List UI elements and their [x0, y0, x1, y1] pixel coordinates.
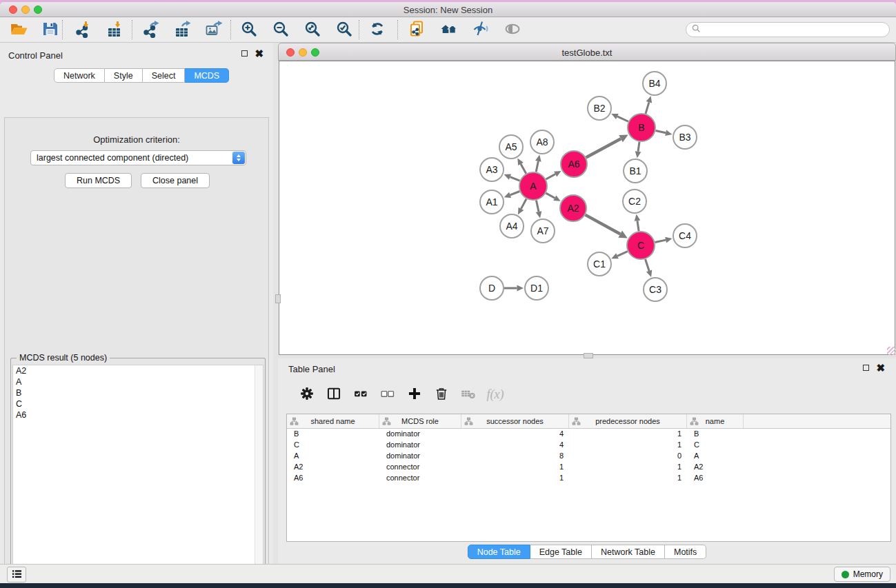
- mcds-result-list[interactable]: A2ABCA6: [12, 365, 263, 583]
- result-item[interactable]: A6: [13, 409, 263, 420]
- hide-panels-button[interactable]: [467, 19, 495, 41]
- result-item[interactable]: C: [13, 398, 263, 409]
- split-view-button[interactable]: [323, 385, 344, 405]
- edge-B-B2[interactable]: [617, 116, 628, 121]
- node-table-header: shared nameMCDS rolesuccessor nodesprede…: [287, 414, 890, 429]
- settings-button[interactable]: [297, 385, 317, 405]
- node-label-A8: A8: [536, 136, 548, 148]
- edge-B-B4[interactable]: [646, 102, 649, 114]
- tab-network-table[interactable]: Network Table: [592, 545, 665, 559]
- edge-C-C3[interactable]: [646, 259, 650, 271]
- zoom-selected-button[interactable]: [330, 19, 358, 41]
- edge-B-B1[interactable]: [638, 142, 639, 152]
- table-row[interactable]: A2connector11A2: [287, 462, 890, 473]
- node-table[interactable]: shared nameMCDS rolesuccessor nodesprede…: [286, 414, 891, 542]
- cell-successor-nodes: 8: [461, 451, 569, 462]
- edge-arrowhead: [665, 237, 672, 243]
- criterion-dropdown[interactable]: largest connected component (directed): [30, 150, 246, 165]
- tab-style[interactable]: Style: [105, 68, 143, 83]
- result-item[interactable]: A2: [13, 365, 263, 376]
- welcome-screen-button[interactable]: [435, 19, 463, 41]
- memory-button[interactable]: Memory: [834, 567, 890, 582]
- column-header-name[interactable]: name: [687, 414, 744, 428]
- edge-C-C2[interactable]: [637, 221, 639, 231]
- import-network-button[interactable]: [69, 19, 97, 41]
- close-panel-icon[interactable]: ✖: [255, 50, 263, 57]
- network-graph[interactable]: AA1A2A3A4A5A6A7A8BB1B2B3B4CC1C2C3C4DD1: [279, 61, 895, 354]
- node-label-C4: C4: [679, 230, 691, 241]
- show-details-button[interactable]: [499, 19, 526, 41]
- search-input[interactable]: [686, 22, 890, 37]
- export-network-button[interactable]: [137, 19, 164, 41]
- tab-mcds[interactable]: MCDS: [185, 68, 229, 83]
- zoom-in-button[interactable]: [235, 19, 263, 41]
- task-history-button[interactable]: [7, 567, 26, 582]
- run-mcds-button[interactable]: Run MCDS: [65, 173, 132, 188]
- left-splitter-grip[interactable]: [275, 294, 281, 303]
- delete-columns-button[interactable]: [431, 385, 452, 405]
- node-label-A6: A6: [568, 159, 579, 170]
- edge-A-A1[interactable]: [510, 192, 520, 195]
- node-label-C1: C1: [593, 258, 606, 270]
- zoom-fit-button[interactable]: [299, 19, 326, 41]
- table-row[interactable]: Bdominator41B: [287, 429, 890, 440]
- cell-successor-nodes: 1: [461, 473, 569, 484]
- table-float-icon[interactable]: [863, 365, 869, 371]
- close-panel-button[interactable]: Close panel: [141, 173, 210, 188]
- column-header-predecessor-nodes[interactable]: predecessor nodes: [569, 414, 687, 428]
- edge-C-C1[interactable]: [617, 252, 628, 256]
- new-network-from-selection-button[interactable]: [404, 19, 431, 41]
- export-image-button[interactable]: [200, 19, 228, 41]
- tab-select[interactable]: Select: [143, 68, 186, 83]
- edge-A-A8[interactable]: [536, 161, 538, 172]
- deselect-all-button[interactable]: [377, 385, 398, 405]
- window-titlebar[interactable]: Session: New Session: [0, 2, 896, 17]
- edge-A-A4[interactable]: [521, 199, 526, 209]
- table-row[interactable]: A6connector11A6: [287, 473, 890, 484]
- cell-predecessor-nodes: 1: [569, 473, 687, 484]
- table-row[interactable]: Cdominator41C: [287, 440, 890, 451]
- edge-A-A2[interactable]: [546, 193, 555, 198]
- edge-A-A6[interactable]: [546, 174, 555, 179]
- node-label-C: C: [637, 240, 644, 251]
- apply-layout-button[interactable]: [364, 19, 391, 41]
- cell-successor-nodes: 4: [461, 429, 569, 440]
- table-close-icon[interactable]: ✖: [876, 365, 885, 371]
- result-item[interactable]: B: [13, 387, 263, 398]
- search-icon: [691, 23, 701, 37]
- select-all-button[interactable]: [350, 385, 371, 405]
- tab-network[interactable]: Network: [54, 68, 105, 83]
- column-header-MCDS-role[interactable]: MCDS role: [379, 414, 461, 428]
- edge-A2-C[interactable]: [586, 215, 621, 234]
- network-titlebar[interactable]: testGlobe.txt: [278, 43, 896, 61]
- result-item[interactable]: A: [13, 376, 263, 387]
- open-session-button[interactable]: [5, 19, 32, 41]
- save-session-button[interactable]: [37, 19, 64, 41]
- export-table-button[interactable]: [168, 19, 196, 41]
- tab-node-table[interactable]: Node Table: [468, 545, 530, 559]
- edge-A6-B[interactable]: [586, 139, 621, 157]
- add-column-button[interactable]: [404, 385, 425, 405]
- table-row[interactable]: Adominator80A: [287, 451, 890, 462]
- float-panel-icon[interactable]: [241, 50, 248, 57]
- edge-A-A3[interactable]: [510, 177, 519, 181]
- column-header-shared-name[interactable]: shared name: [287, 414, 379, 428]
- edge-arrowhead: [646, 270, 652, 277]
- edge-B-B3[interactable]: [655, 131, 666, 133]
- bottom-splitter-grip[interactable]: [584, 353, 593, 358]
- edge-A-A5[interactable]: [521, 164, 526, 174]
- network-canvas[interactable]: AA1A2A3A4A5A6A7A8BB1B2B3B4CC1C2C3C4DD1: [279, 61, 895, 355]
- edge-C-C4[interactable]: [655, 240, 666, 242]
- memory-status-icon: [842, 571, 849, 578]
- fx-button: f(x): [485, 385, 506, 405]
- resize-grip[interactable]: [887, 347, 895, 355]
- tab-motifs[interactable]: Motifs: [665, 545, 706, 559]
- zoom-out-button[interactable]: [267, 19, 295, 41]
- result-scrollbar[interactable]: [255, 365, 263, 583]
- import-table-button[interactable]: [101, 19, 128, 41]
- edge-A-A7[interactable]: [536, 201, 539, 212]
- dropdown-stepper-icon: [232, 152, 245, 164]
- tab-edge-table[interactable]: Edge Table: [530, 545, 592, 559]
- optimization-criterion-label: Optimization criterion:: [5, 134, 268, 145]
- column-header-successor-nodes[interactable]: successor nodes: [461, 414, 569, 428]
